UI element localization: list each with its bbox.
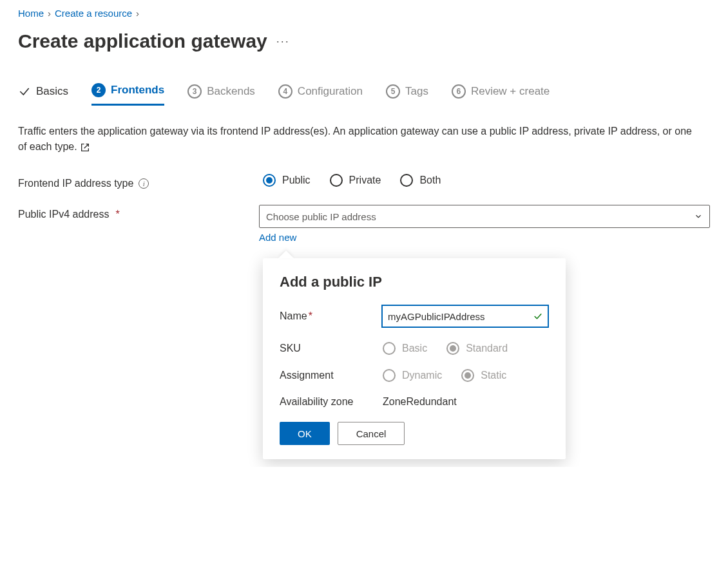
callout-title: Add a public IP	[280, 274, 549, 290]
tab-backends[interactable]: 3 Backends	[187, 84, 255, 105]
row-sku: SKU Basic Standard	[280, 342, 549, 355]
cancel-button[interactable]: Cancel	[338, 422, 405, 445]
step-number-icon: 5	[386, 84, 400, 99]
radio-label: Static	[481, 370, 506, 381]
step-number-icon: 4	[278, 84, 292, 99]
radio-label: Dynamic	[402, 370, 442, 381]
dropdown-placeholder: Choose public IP address	[266, 211, 376, 222]
breadcrumb-separator-icon: ›	[48, 8, 51, 19]
public-ipv4-dropdown[interactable]: Choose public IP address	[259, 205, 710, 228]
check-icon	[18, 85, 31, 98]
radio-icon	[383, 342, 396, 355]
row-availability-zone: Availability zone ZoneRedundant	[280, 396, 549, 408]
label-assignment: Assignment	[280, 370, 383, 381]
tab-label: Frontends	[111, 84, 164, 97]
description-text: Traffic enters the application gateway v…	[18, 126, 692, 152]
wizard-tabs: Basics 2 Frontends 3 Backends 4 Configur…	[18, 83, 710, 106]
radio-icon	[461, 369, 474, 382]
tab-label: Tags	[405, 85, 428, 98]
breadcrumb-separator-icon: ›	[136, 8, 139, 19]
step-number-icon: 2	[91, 83, 106, 97]
tab-frontends[interactable]: 2 Frontends	[91, 83, 164, 106]
breadcrumb: Home › Create a resource ›	[18, 8, 710, 19]
radio-icon	[383, 369, 396, 382]
required-asterisk-icon: *	[115, 209, 119, 220]
breadcrumb-create-resource-link[interactable]: Create a resource	[55, 8, 132, 19]
input-col-public-ipv4: Choose public IP address Add new	[259, 205, 710, 243]
row-name: Name*	[280, 305, 549, 328]
name-input-wrapper	[381, 305, 549, 328]
tab-review-create[interactable]: 6 Review + create	[452, 84, 550, 105]
label-availability-zone: Availability zone	[280, 396, 383, 408]
radio-option-private[interactable]: Private	[330, 174, 381, 187]
radio-label: Standard	[466, 343, 508, 354]
value-name	[381, 305, 549, 328]
required-asterisk-icon: *	[309, 310, 312, 321]
radio-option-assignment-dynamic: Dynamic	[383, 369, 442, 382]
name-input[interactable]	[388, 311, 532, 322]
radio-label: Both	[419, 175, 441, 186]
label-name: Name*	[280, 310, 381, 322]
radio-label: Public	[282, 175, 311, 186]
tab-label: Configuration	[298, 85, 363, 98]
info-icon[interactable]: i	[139, 178, 149, 189]
chevron-down-icon	[694, 212, 703, 221]
tab-label: Backends	[207, 85, 255, 98]
add-public-ip-callout: Add a public IP Name* SKU Basic Standard…	[263, 258, 566, 459]
label-sku: SKU	[280, 343, 383, 354]
page-title: Create application gateway	[18, 30, 267, 52]
value-availability-zone: ZoneRedundant	[383, 396, 549, 408]
radio-icon	[400, 174, 413, 187]
radio-option-public[interactable]: Public	[263, 174, 311, 187]
radio-icon	[446, 342, 459, 355]
step-number-icon: 6	[452, 84, 466, 99]
radio-label: Private	[349, 175, 381, 186]
radio-group-ip-type: Public Private Both	[263, 174, 710, 187]
radio-option-sku-standard: Standard	[446, 342, 508, 355]
radio-option-both[interactable]: Both	[400, 174, 441, 187]
external-link-icon	[80, 142, 90, 153]
learn-more-external-link[interactable]	[80, 141, 90, 152]
radio-label: Basic	[402, 343, 427, 354]
tab-configuration[interactable]: 4 Configuration	[278, 84, 363, 105]
callout-button-row: OK Cancel	[280, 422, 549, 445]
tab-label: Review + create	[471, 85, 550, 98]
row-frontend-ip-type: Frontend IP address type i Public Privat…	[18, 174, 710, 189]
ok-button[interactable]: OK	[280, 422, 330, 445]
radio-group-sku: Basic Standard	[383, 342, 549, 355]
label-text: Public IPv4 address	[18, 209, 109, 220]
radio-icon	[330, 174, 343, 187]
radio-icon	[263, 174, 276, 187]
step-number-icon: 3	[187, 84, 202, 99]
breadcrumb-home-link[interactable]: Home	[18, 8, 44, 19]
tab-label: Basics	[36, 85, 68, 98]
radio-group-assignment: Dynamic Static	[383, 369, 549, 382]
tab-basics[interactable]: Basics	[18, 85, 68, 104]
add-new-link[interactable]: Add new	[259, 232, 296, 243]
label-public-ipv4: Public IPv4 address*	[18, 205, 259, 220]
radio-option-sku-basic: Basic	[383, 342, 427, 355]
row-public-ipv4: Public IPv4 address* Choose public IP ad…	[18, 205, 710, 243]
tab-tags[interactable]: 5 Tags	[386, 84, 428, 105]
label-text: Name	[280, 310, 307, 321]
label-text: Frontend IP address type	[18, 178, 133, 189]
tab-description: Traffic enters the application gateway v…	[18, 124, 701, 155]
row-assignment: Assignment Dynamic Static	[280, 369, 549, 382]
validation-check-icon	[532, 310, 544, 322]
label-frontend-ip-type: Frontend IP address type i	[18, 174, 263, 189]
radio-option-assignment-static: Static	[461, 369, 506, 382]
page-title-row: Create application gateway ···	[18, 30, 710, 52]
more-menu-icon[interactable]: ···	[276, 35, 290, 48]
